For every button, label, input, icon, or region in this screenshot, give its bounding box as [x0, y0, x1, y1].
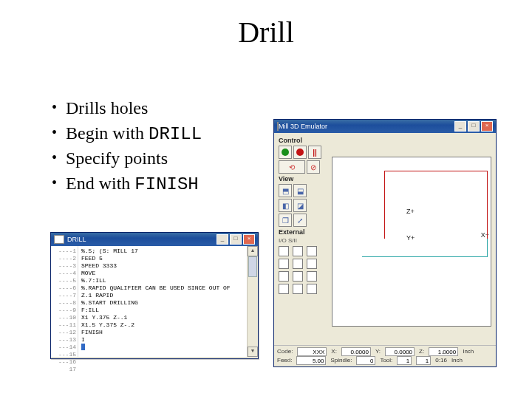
emulator-titlebar[interactable]: Mill 3D Emulator _ □ ×: [274, 120, 496, 133]
feed-field[interactable]: [296, 356, 326, 365]
editor-title: DRILL: [67, 236, 86, 243]
external-header: I/O S/II: [279, 237, 329, 244]
view-front-button[interactable]: ⬓: [293, 184, 307, 197]
ext-check[interactable]: [307, 271, 317, 282]
control-extra-button[interactable]: ⊘: [307, 160, 320, 174]
bullet-2a: Begin with: [66, 123, 149, 143]
emulator-title: Mill 3D Emulator: [279, 123, 327, 130]
x-field[interactable]: [341, 347, 371, 356]
ext-check[interactable]: [293, 246, 303, 256]
z-field[interactable]: [429, 347, 458, 356]
minimize-button[interactable]: _: [454, 121, 466, 132]
bullet-4a: End with: [66, 174, 134, 193]
ext-check[interactable]: [293, 259, 303, 269]
control-stop-button[interactable]: [293, 146, 307, 159]
scroll-thumb[interactable]: [248, 256, 257, 277]
maximize-button[interactable]: □: [468, 121, 480, 132]
section-view: View: [279, 175, 329, 183]
y-field[interactable]: [385, 347, 415, 356]
emulator-window: Mill 3D Emulator _ □ × Control || ⟲ ⊘ Vi…: [273, 119, 497, 367]
ext-check[interactable]: [279, 259, 289, 269]
editor-window: DRILL _ □ × ----1----2----3----4----5---…: [50, 232, 259, 359]
scroll-down-arrow[interactable]: ▼: [248, 347, 258, 357]
tool-field-1[interactable]: [397, 356, 412, 365]
view-3d-button[interactable]: ❒: [279, 214, 292, 227]
time-label: 0:16: [435, 356, 447, 365]
scroll-up-arrow[interactable]: ▲: [248, 246, 258, 256]
ext-check[interactable]: [293, 271, 303, 282]
maximize-button[interactable]: □: [230, 234, 242, 245]
z-label: Z:: [419, 347, 424, 356]
y-label: Y:: [375, 347, 381, 356]
slide-title: Drill: [0, 15, 532, 50]
control-play-button[interactable]: [279, 146, 292, 159]
feed-label: Feed:: [277, 356, 292, 365]
tool-label: Tool:: [380, 356, 392, 365]
view-top-button[interactable]: ⬒: [279, 184, 292, 197]
code-area[interactable]: %.5; (S: MILL 17FEED 5SPEED 3333MOVE%.7:…: [78, 246, 247, 357]
bullet-3: Specify points: [66, 146, 168, 171]
external-grid: [279, 246, 329, 294]
ext-check[interactable]: [307, 259, 317, 269]
line-gutter: ----1----2----3----4----5----6----7----8…: [51, 246, 78, 357]
viewport-canvas[interactable]: Z+ Y+ X+: [332, 157, 491, 327]
ext-check[interactable]: [279, 284, 289, 294]
tool-field-2[interactable]: [416, 356, 431, 365]
code-field[interactable]: [297, 347, 327, 356]
bullet-4b: FINISH: [134, 174, 198, 194]
control-reset-button[interactable]: ⟲: [279, 160, 305, 174]
section-control: Control: [279, 137, 329, 144]
stop-icon: [296, 149, 304, 156]
view-iso-button[interactable]: ◪: [293, 199, 307, 212]
code-label: Code:: [277, 347, 293, 356]
control-pause-button[interactable]: ||: [308, 146, 321, 159]
app-icon: [54, 235, 64, 244]
axis-x-label: X+: [481, 231, 489, 239]
spindle-field[interactable]: [356, 356, 375, 365]
bullet-1: Drills holes: [66, 96, 148, 121]
play-icon: [282, 149, 289, 156]
vertical-scrollbar[interactable]: ▲ ▼: [247, 246, 258, 357]
ext-check[interactable]: [307, 246, 317, 256]
x-label: X:: [331, 347, 337, 356]
bullet-list: •Drills holes •Begin with DRILL •Specify…: [52, 96, 202, 197]
close-button[interactable]: ×: [243, 234, 255, 245]
ext-check[interactable]: [279, 271, 289, 282]
bullet-2b: DRILL: [149, 124, 202, 144]
axis-y-label: Y+: [406, 234, 415, 242]
view-side-button[interactable]: ◧: [279, 199, 292, 212]
axis-z-label: Z+: [406, 208, 415, 215]
spindle-label: Spindle:: [330, 356, 352, 365]
ext-check[interactable]: [293, 284, 303, 294]
minimize-button[interactable]: _: [216, 234, 228, 245]
unit-label: Inch: [463, 347, 474, 356]
unit-label-2: Inch: [451, 356, 463, 365]
ext-check[interactable]: [279, 246, 289, 256]
ext-check[interactable]: [307, 284, 317, 294]
section-external: External: [279, 228, 329, 236]
view-fit-button[interactable]: ⤢: [293, 214, 307, 227]
editor-titlebar[interactable]: DRILL _ □ ×: [51, 233, 258, 246]
close-button[interactable]: ×: [481, 121, 493, 132]
status-bar: Code: X: Y: Z: Inch Feed: Spindle: Tool:…: [274, 345, 496, 366]
